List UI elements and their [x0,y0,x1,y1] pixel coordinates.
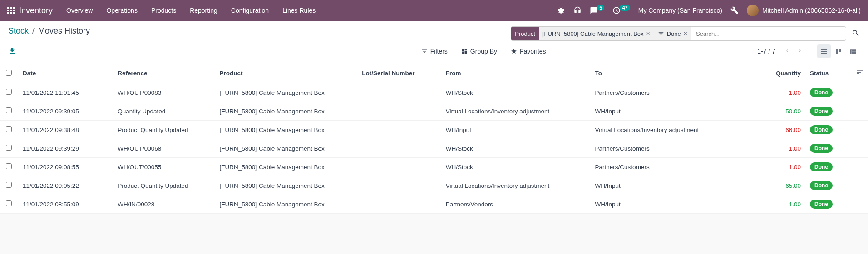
cell-date: 11/01/2022 09:08:55 [18,158,113,176]
table-row[interactable]: 11/01/2022 09:05:22Product Quantity Upda… [0,176,868,195]
row-checkbox-cell [0,158,18,176]
header-status[interactable]: Status [805,64,846,83]
group-by-label: Group By [470,48,497,55]
header-reference[interactable]: Reference [113,64,215,83]
table-row[interactable]: 11/01/2022 09:38:48Product Quantity Upda… [0,121,868,139]
company-selector[interactable]: My Company (San Francisco) [638,7,722,14]
row-checkbox[interactable] [6,182,12,188]
cell-lot [357,195,441,214]
group-by-button[interactable]: Group By [461,48,497,55]
table-row[interactable]: 11/01/2022 11:01:45WH/OUT/00083[FURN_580… [0,83,868,102]
bug-icon[interactable] [557,6,565,15]
pager-prev-icon[interactable] [783,48,792,55]
cell-empty [846,83,868,102]
header-from[interactable]: From [441,64,591,83]
cell-product: [FURN_5800] Cable Management Box [215,139,358,158]
header-date[interactable]: Date [18,64,113,83]
nav-item-reporting[interactable]: Reporting [190,7,217,14]
cell-lot [357,121,441,139]
table-row[interactable]: 11/01/2022 09:39:05Quantity Updated[FURN… [0,102,868,121]
user-menu[interactable]: Mitchell Admin (20665062-16-0-all) [747,5,861,16]
nav-item-overview[interactable]: Overview [66,7,93,14]
support-icon[interactable] [573,6,582,15]
search-icon[interactable] [852,29,860,39]
export-button[interactable] [8,47,16,56]
status-badge: Done [810,107,833,116]
cell-lot [357,83,441,102]
cell-reference: Product Quantity Updated [113,121,215,139]
cell-status: Done [805,158,846,176]
view-kanban-icon[interactable] [832,44,845,58]
nav-item-configuration[interactable]: Configuration [231,7,269,14]
chip-done-close-icon[interactable]: × [684,30,687,37]
cell-status: Done [805,121,846,139]
cell-from: Virtual Locations/Inventory adjustment [441,176,591,195]
table-row[interactable]: 11/01/2022 08:55:09WH/IN/00028[FURN_5800… [0,195,868,214]
cell-product: [FURN_5800] Cable Management Box [215,102,358,121]
activities-badge: 47 [620,5,630,11]
cell-quantity: 1.00 [764,158,805,176]
row-checkbox[interactable] [6,107,12,113]
cell-quantity: 1.00 [764,139,805,158]
nav-item-products[interactable]: Products [151,7,176,14]
row-checkbox-cell [0,121,18,139]
activities-icon[interactable]: 47 [612,6,630,15]
row-checkbox[interactable] [6,163,12,169]
main-navbar: Inventory Overview Operations Products R… [0,0,868,21]
cell-date: 11/01/2022 08:55:09 [18,195,113,214]
adjust-columns-icon[interactable] [856,71,863,78]
nav-item-lines-rules[interactable]: Lines Rules [282,7,316,14]
cell-date: 11/01/2022 11:01:45 [18,83,113,102]
app-name[interactable]: Inventory [19,6,53,15]
cell-reference: WH/OUT/00083 [113,83,215,102]
cell-reference: WH/OUT/00068 [113,139,215,158]
cell-quantity: 66.00 [764,121,805,139]
cell-lot [357,176,441,195]
cell-empty [846,121,868,139]
cell-status: Done [805,139,846,158]
nav-left: Inventory Overview Operations Products R… [7,6,316,15]
chip-product-close-icon[interactable]: × [646,30,650,37]
cell-from: Partners/Vendors [441,195,591,214]
row-checkbox[interactable] [6,89,12,95]
pager-next-icon[interactable] [795,48,804,55]
header-product[interactable]: Product [215,64,358,83]
header-to[interactable]: To [591,64,765,83]
user-name: Mitchell Admin (20665062-16-0-all) [762,7,861,14]
search-input[interactable] [691,27,846,40]
row-checkbox-cell [0,83,18,102]
pager-text[interactable]: 1-7 / 7 [757,48,775,55]
cell-empty [846,195,868,214]
cell-to: WH/Input [591,176,765,195]
cell-status: Done [805,176,846,195]
nav-item-operations[interactable]: Operations [106,7,137,14]
view-list-icon[interactable] [817,44,831,58]
filters-button[interactable]: Filters [421,48,448,55]
status-badge: Done [810,200,833,209]
messages-icon[interactable]: 5 [590,6,604,15]
cell-lot [357,158,441,176]
view-pivot-icon[interactable] [846,44,860,58]
row-checkbox[interactable] [6,126,12,132]
nav-items: Overview Operations Products Reporting C… [66,7,316,14]
apps-icon[interactable] [7,7,15,14]
breadcrumb-current: Moves History [38,26,90,36]
toolbar-right: 1-7 / 7 [757,44,860,58]
table-row[interactable]: 11/01/2022 09:39:29WH/OUT/00068[FURN_580… [0,139,868,158]
table-header-row: Date Reference Product Lot/Serial Number… [0,64,868,83]
cell-quantity: 1.00 [764,83,805,102]
cell-quantity: 65.00 [764,176,805,195]
header-quantity[interactable]: Quantity [764,64,805,83]
breadcrumb-stock[interactable]: Stock [8,26,29,36]
filter-icon [658,30,664,37]
cell-lot [357,102,441,121]
select-all-checkbox[interactable] [6,70,12,76]
favorites-button[interactable]: Favorites [511,48,546,55]
table-row[interactable]: 11/01/2022 09:08:55WH/OUT/00055[FURN_580… [0,158,868,176]
cell-to: Partners/Customers [591,83,765,102]
row-checkbox[interactable] [6,200,12,206]
header-lot[interactable]: Lot/Serial Number [357,64,441,83]
tools-icon[interactable] [730,6,739,15]
row-checkbox[interactable] [6,145,12,151]
cell-from: WH/Input [441,121,591,139]
